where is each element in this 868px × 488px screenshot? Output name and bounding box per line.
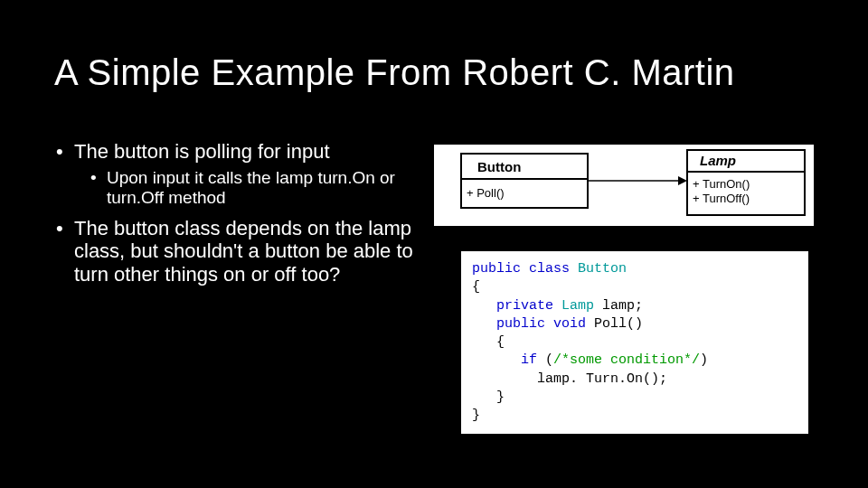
slide-title: A Simple Example From Robert C. Martin	[54, 52, 735, 93]
bullet-list: The button is polling for input Upon inp…	[54, 140, 416, 291]
code-block: public class Button { private Lamp lamp;…	[461, 251, 808, 434]
uml-class2-method1: + TurnOn()	[693, 177, 750, 191]
uml-class1-name: Button	[477, 159, 521, 174]
svg-rect-0	[434, 145, 814, 226]
uml-diagram: Button + Poll() Lamp + TurnOn() + TurnOf…	[434, 145, 814, 226]
bullet-level2: Upon input it calls the lamp turn.On or …	[54, 168, 416, 208]
uml-class2-name: Lamp	[700, 153, 736, 168]
bullet-level1: The button is polling for input	[54, 140, 416, 163]
bullet-level1: The button class depends on the lamp cla…	[54, 217, 416, 286]
uml-class2-method2: + TurnOff()	[693, 192, 750, 205]
uml-class1-method: + Poll()	[467, 186, 505, 200]
slide: A Simple Example From Robert C. Martin T…	[0, 0, 868, 488]
